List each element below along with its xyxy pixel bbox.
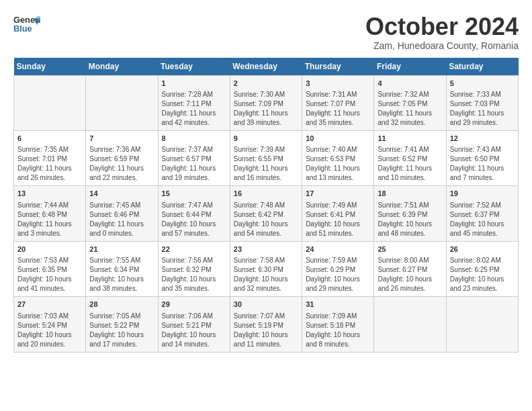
day-number: 24 <box>306 244 370 255</box>
cell-w2-d6: 11Sunrise: 7:41 AM Sunset: 6:52 PM Dayli… <box>374 130 446 185</box>
day-number: 16 <box>234 189 298 199</box>
title-block: October 2024 Zam, Hunedoara County, Roma… <box>365 13 519 51</box>
cell-w5-d2: 28Sunrise: 7:05 AM Sunset: 5:22 PM Dayli… <box>86 297 158 352</box>
cell-w5-d4: 30Sunrise: 7:07 AM Sunset: 5:19 PM Dayli… <box>230 297 302 352</box>
col-wednesday: Wednesday <box>230 58 302 76</box>
cell-w1-d3: 1Sunrise: 7:28 AM Sunset: 7:11 PM Daylig… <box>158 75 230 130</box>
cell-w5-d7 <box>446 297 518 352</box>
cell-w5-d1: 27Sunrise: 7:03 AM Sunset: 5:24 PM Dayli… <box>14 297 86 352</box>
page-title: October 2024 <box>365 13 519 40</box>
day-number: 22 <box>162 244 226 255</box>
day-info: Sunrise: 7:31 AM Sunset: 7:07 PM Dayligh… <box>306 90 370 128</box>
day-number: 23 <box>234 244 298 255</box>
calendar-table: Sunday Monday Tuesday Wednesday Thursday… <box>13 58 519 353</box>
logo: General Blue <box>13 13 40 34</box>
cell-w3-d6: 18Sunrise: 7:51 AM Sunset: 6:39 PM Dayli… <box>374 186 446 241</box>
day-number: 5 <box>450 79 515 89</box>
cell-w1-d1 <box>14 75 86 130</box>
day-info: Sunrise: 7:40 AM Sunset: 6:53 PM Dayligh… <box>306 145 370 183</box>
day-number: 27 <box>17 300 82 310</box>
day-number: 15 <box>162 189 226 199</box>
cell-w3-d1: 13Sunrise: 7:44 AM Sunset: 6:48 PM Dayli… <box>14 186 86 241</box>
day-number: 17 <box>306 189 370 199</box>
cell-w3-d3: 15Sunrise: 7:47 AM Sunset: 6:44 PM Dayli… <box>158 186 230 241</box>
day-number: 19 <box>450 189 515 199</box>
day-number: 12 <box>450 134 515 144</box>
page-subtitle: Zam, Hunedoara County, Romania <box>365 40 519 51</box>
week-row-3: 13Sunrise: 7:44 AM Sunset: 6:48 PM Dayli… <box>14 186 519 241</box>
cell-w1-d7: 5Sunrise: 7:33 AM Sunset: 7:03 PM Daylig… <box>446 75 518 130</box>
cell-w5-d3: 29Sunrise: 7:06 AM Sunset: 5:21 PM Dayli… <box>158 297 230 352</box>
week-row-2: 6Sunrise: 7:35 AM Sunset: 7:01 PM Daylig… <box>14 130 519 185</box>
day-number: 20 <box>17 244 82 255</box>
day-info: Sunrise: 7:49 AM Sunset: 6:41 PM Dayligh… <box>306 201 370 238</box>
day-info: Sunrise: 7:05 AM Sunset: 5:22 PM Dayligh… <box>89 312 154 349</box>
cell-w4-d3: 22Sunrise: 7:56 AM Sunset: 6:32 PM Dayli… <box>158 241 230 296</box>
day-number: 10 <box>306 134 370 144</box>
day-number: 2 <box>234 79 298 89</box>
day-number: 11 <box>378 134 442 144</box>
day-number: 4 <box>378 79 442 89</box>
day-info: Sunrise: 7:39 AM Sunset: 6:55 PM Dayligh… <box>234 145 298 183</box>
day-number: 26 <box>450 244 515 255</box>
week-row-1: 1Sunrise: 7:28 AM Sunset: 7:11 PM Daylig… <box>14 75 519 130</box>
day-info: Sunrise: 7:37 AM Sunset: 6:57 PM Dayligh… <box>162 145 226 183</box>
cell-w3-d5: 17Sunrise: 7:49 AM Sunset: 6:41 PM Dayli… <box>302 186 374 241</box>
day-number: 9 <box>234 134 298 144</box>
day-number: 21 <box>89 244 154 255</box>
cell-w2-d4: 9Sunrise: 7:39 AM Sunset: 6:55 PM Daylig… <box>230 130 302 185</box>
col-tuesday: Tuesday <box>158 58 230 76</box>
week-row-5: 27Sunrise: 7:03 AM Sunset: 5:24 PM Dayli… <box>14 297 519 352</box>
col-saturday: Saturday <box>446 58 518 76</box>
day-info: Sunrise: 7:36 AM Sunset: 6:59 PM Dayligh… <box>89 145 154 183</box>
cell-w2-d2: 7Sunrise: 7:36 AM Sunset: 6:59 PM Daylig… <box>86 130 158 185</box>
day-number: 3 <box>306 79 370 89</box>
week-row-4: 20Sunrise: 7:53 AM Sunset: 6:35 PM Dayli… <box>14 241 519 296</box>
col-friday: Friday <box>374 58 446 76</box>
cell-w1-d4: 2Sunrise: 7:30 AM Sunset: 7:09 PM Daylig… <box>230 75 302 130</box>
col-monday: Monday <box>86 58 158 76</box>
header-row: Sunday Monday Tuesday Wednesday Thursday… <box>14 58 519 76</box>
day-info: Sunrise: 7:06 AM Sunset: 5:21 PM Dayligh… <box>162 312 226 349</box>
cell-w1-d2 <box>86 75 158 130</box>
day-info: Sunrise: 7:45 AM Sunset: 6:46 PM Dayligh… <box>89 201 154 238</box>
day-info: Sunrise: 7:30 AM Sunset: 7:09 PM Dayligh… <box>234 90 298 128</box>
day-info: Sunrise: 7:03 AM Sunset: 5:24 PM Dayligh… <box>17 312 82 349</box>
day-info: Sunrise: 7:59 AM Sunset: 6:29 PM Dayligh… <box>306 256 370 293</box>
cell-w1-d6: 4Sunrise: 7:32 AM Sunset: 7:05 PM Daylig… <box>374 75 446 130</box>
cell-w4-d2: 21Sunrise: 7:55 AM Sunset: 6:34 PM Dayli… <box>86 241 158 296</box>
day-info: Sunrise: 7:32 AM Sunset: 7:05 PM Dayligh… <box>378 90 442 128</box>
day-info: Sunrise: 7:41 AM Sunset: 6:52 PM Dayligh… <box>378 145 442 183</box>
cell-w1-d5: 3Sunrise: 7:31 AM Sunset: 7:07 PM Daylig… <box>302 75 374 130</box>
cell-w5-d6 <box>374 297 446 352</box>
day-number: 13 <box>17 189 82 199</box>
page-header: General Blue October 2024 Zam, Hunedoara… <box>13 13 519 51</box>
cell-w4-d1: 20Sunrise: 7:53 AM Sunset: 6:35 PM Dayli… <box>14 241 86 296</box>
col-sunday: Sunday <box>14 58 86 76</box>
cell-w3-d4: 16Sunrise: 7:48 AM Sunset: 6:42 PM Dayli… <box>230 186 302 241</box>
col-thursday: Thursday <box>302 58 374 76</box>
day-info: Sunrise: 7:48 AM Sunset: 6:42 PM Dayligh… <box>234 201 298 238</box>
cell-w4-d6: 25Sunrise: 8:00 AM Sunset: 6:27 PM Dayli… <box>374 241 446 296</box>
day-number: 8 <box>162 134 226 144</box>
day-info: Sunrise: 7:58 AM Sunset: 6:30 PM Dayligh… <box>234 256 298 293</box>
svg-text:Blue: Blue <box>13 24 32 34</box>
day-info: Sunrise: 7:55 AM Sunset: 6:34 PM Dayligh… <box>89 256 154 293</box>
cell-w5-d5: 31Sunrise: 7:09 AM Sunset: 5:18 PM Dayli… <box>302 297 374 352</box>
day-number: 6 <box>17 134 82 144</box>
day-number: 30 <box>234 300 298 310</box>
day-info: Sunrise: 7:43 AM Sunset: 6:50 PM Dayligh… <box>450 145 515 183</box>
cell-w3-d7: 19Sunrise: 7:52 AM Sunset: 6:37 PM Dayli… <box>446 186 518 241</box>
day-info: Sunrise: 7:33 AM Sunset: 7:03 PM Dayligh… <box>450 90 515 128</box>
day-number: 31 <box>306 300 370 310</box>
day-info: Sunrise: 7:35 AM Sunset: 7:01 PM Dayligh… <box>17 145 82 183</box>
day-info: Sunrise: 7:47 AM Sunset: 6:44 PM Dayligh… <box>162 201 226 238</box>
cell-w2-d1: 6Sunrise: 7:35 AM Sunset: 7:01 PM Daylig… <box>14 130 86 185</box>
logo-icon: General Blue <box>13 13 40 34</box>
day-info: Sunrise: 7:52 AM Sunset: 6:37 PM Dayligh… <box>450 201 515 238</box>
cell-w3-d2: 14Sunrise: 7:45 AM Sunset: 6:46 PM Dayli… <box>86 186 158 241</box>
day-number: 14 <box>89 189 154 199</box>
day-number: 7 <box>89 134 154 144</box>
day-number: 25 <box>378 244 442 255</box>
cell-w4-d7: 26Sunrise: 8:02 AM Sunset: 6:25 PM Dayli… <box>446 241 518 296</box>
